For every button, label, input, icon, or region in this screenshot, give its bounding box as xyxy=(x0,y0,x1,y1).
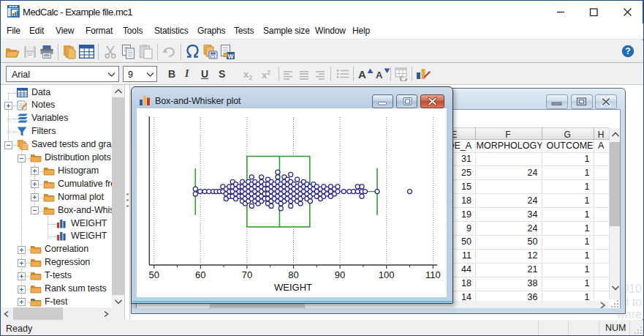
svg-text:WEIGHT: WEIGHT xyxy=(274,282,312,293)
svg-text:110: 110 xyxy=(425,269,441,280)
svg-text:60: 60 xyxy=(195,269,205,280)
svg-text:100: 100 xyxy=(379,269,395,280)
svg-text:50: 50 xyxy=(148,269,159,280)
svg-text:80: 80 xyxy=(288,269,298,280)
svg-text:?: ? xyxy=(625,46,630,56)
svg-text:90: 90 xyxy=(335,269,345,280)
svg-text:70: 70 xyxy=(242,269,252,280)
svg-text:W: W xyxy=(227,53,234,60)
